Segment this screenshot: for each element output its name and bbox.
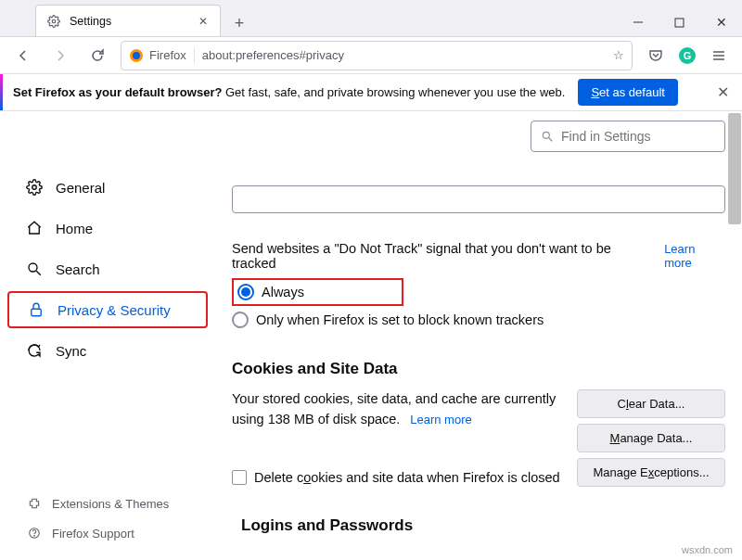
reload-button[interactable] — [83, 42, 111, 70]
url-bar[interactable]: Firefox about:preferences#privacy ☆ — [121, 41, 633, 70]
gear-icon — [26, 179, 43, 196]
find-in-settings[interactable] — [531, 121, 725, 152]
svg-rect-2 — [675, 19, 684, 27]
title-bar: Settings ✕ + ✕ — [0, 0, 742, 37]
manage-data-button[interactable]: Manage Data... — [577, 424, 725, 452]
radio-only-label: Only when Firefox is set to block known … — [256, 312, 544, 327]
home-icon — [26, 220, 43, 236]
cookies-learn-more-link[interactable]: Learn more — [410, 413, 471, 426]
set-as-default-button[interactable]: Set as default — [578, 79, 678, 106]
sidebar-item-extensions[interactable]: Extensions & Themes — [7, 490, 208, 517]
manage-exceptions-button[interactable]: Manage Exceptions... — [577, 458, 725, 487]
toolbar: Firefox about:preferences#privacy ☆ G — [0, 37, 742, 74]
maximize-button[interactable] — [659, 8, 700, 36]
notification-accent — [0, 74, 3, 110]
svg-point-4 — [133, 52, 140, 59]
sidebar-item-label: Sync — [56, 343, 86, 359]
svg-point-8 — [32, 185, 37, 190]
clear-data-button[interactable]: Clear Data... — [577, 389, 725, 418]
puzzle-icon — [26, 495, 43, 512]
svg-line-10 — [36, 271, 41, 275]
watermark: wsxdn.com — [682, 544, 733, 555]
svg-point-13 — [34, 536, 35, 537]
sidebar-item-privacy[interactable]: Privacy & Security — [7, 291, 208, 328]
main-panel: Send websites a "Do Not Track" signal th… — [215, 111, 742, 560]
content: General Home Search Privacy & Security S… — [0, 111, 742, 560]
sidebar-item-search[interactable]: Search — [7, 250, 208, 287]
cookies-section-title: Cookies and Site Data — [232, 360, 725, 378]
dnt-label: Send websites a "Do Not Track" signal th… — [232, 241, 655, 271]
gear-icon — [45, 13, 62, 30]
logins-section-title: Logins and Passwords — [241, 516, 725, 535]
search-icon — [541, 130, 554, 143]
sidebar-item-sync[interactable]: Sync — [7, 332, 208, 369]
close-notification-icon[interactable]: ✕ — [717, 83, 729, 101]
sidebar-item-home[interactable]: Home — [7, 210, 208, 247]
url-identity: Firefox — [129, 48, 195, 63]
sync-icon — [26, 342, 43, 359]
svg-point-0 — [52, 19, 56, 23]
pocket-icon[interactable] — [642, 42, 670, 70]
lock-icon — [28, 301, 45, 318]
delete-cookies-row[interactable]: Delete cookies and site data when Firefo… — [232, 470, 603, 485]
radio-always-label: Always — [262, 285, 304, 299]
grammarly-icon[interactable]: G — [673, 42, 701, 70]
sidebar-item-support[interactable]: Firefox Support — [7, 519, 208, 547]
notification-text: Set Firefox as your default browser? Get… — [13, 85, 565, 99]
sidebar-item-label: Firefox Support — [52, 527, 134, 541]
svg-rect-11 — [32, 309, 42, 316]
sidebar: General Home Search Privacy & Security S… — [0, 111, 215, 560]
scrollbar-thumb[interactable] — [728, 113, 741, 224]
browser-tab[interactable]: Settings ✕ — [35, 5, 221, 36]
sidebar-item-label: Home — [56, 221, 93, 236]
content-box — [232, 185, 725, 213]
close-window-button[interactable]: ✕ — [700, 8, 742, 36]
svg-point-14 — [543, 132, 549, 138]
sidebar-item-label: Extensions & Themes — [52, 497, 169, 511]
url-text: about:preferences#privacy — [202, 48, 606, 62]
sidebar-item-label: Privacy & Security — [58, 302, 171, 318]
radio-only-known[interactable] — [232, 312, 249, 328]
firefox-icon — [129, 48, 144, 63]
sidebar-item-general[interactable]: General — [7, 169, 208, 206]
delete-cookies-label: Delete cookies and site data when Firefo… — [254, 470, 560, 485]
sidebar-item-label: Search — [56, 261, 100, 277]
window-controls: ✕ — [617, 8, 742, 36]
new-tab-button[interactable]: + — [226, 10, 252, 36]
forward-button[interactable] — [46, 42, 74, 70]
find-in-settings-input[interactable] — [561, 129, 723, 144]
default-browser-notification: Set Firefox as your default browser? Get… — [0, 74, 742, 111]
radio-always[interactable] — [237, 284, 254, 300]
back-button[interactable] — [9, 42, 37, 70]
sidebar-item-label: General — [56, 180, 105, 196]
search-icon — [26, 261, 43, 277]
question-icon — [26, 525, 43, 541]
cookies-desc: Your stored cookies, site data, and cach… — [232, 391, 556, 426]
radio-only-row[interactable]: Only when Firefox is set to block known … — [232, 306, 725, 334]
dnt-learn-more-link[interactable]: Learn more — [664, 242, 725, 270]
tab-title: Settings — [70, 15, 188, 28]
svg-line-15 — [549, 138, 553, 142]
menu-icon[interactable] — [705, 42, 733, 70]
svg-point-9 — [29, 263, 37, 272]
radio-always-row[interactable]: Always — [232, 278, 403, 306]
minimize-button[interactable] — [617, 8, 659, 36]
star-icon[interactable]: ☆ — [613, 48, 624, 62]
close-tab-icon[interactable]: ✕ — [196, 14, 211, 29]
delete-cookies-checkbox[interactable] — [232, 470, 247, 485]
